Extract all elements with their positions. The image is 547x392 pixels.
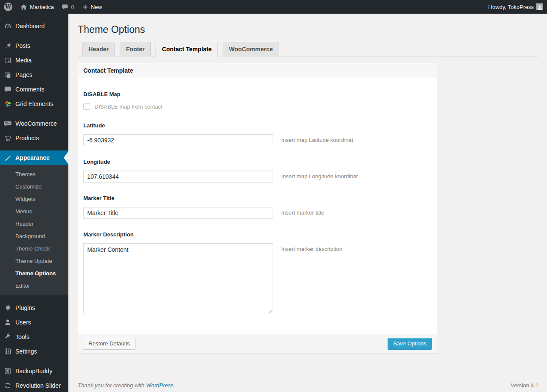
plus-icon	[82, 4, 88, 10]
wordpress-menu-item[interactable]: W	[0, 0, 16, 14]
latitude-hint: Insert map Latitude koordinat	[281, 134, 353, 143]
admin-sidebar-menu: Dashboard Posts Media Pages Comments Gri…	[0, 14, 68, 392]
sidebar-item-comments[interactable]: Comments	[0, 82, 68, 97]
disable-map-checkbox[interactable]	[83, 103, 90, 110]
sidebar-item-label: Grid Elements	[15, 100, 53, 107]
footer-thankyou-prefix: Thank you for creating with	[78, 382, 146, 389]
sidebar-item-label: Settings	[15, 348, 37, 355]
latitude-input[interactable]	[83, 134, 273, 146]
submenu-item-menus[interactable]: Menus	[0, 205, 68, 218]
sidebar-item-pages[interactable]: Pages	[0, 68, 68, 82]
new-content-item[interactable]: New	[78, 0, 106, 14]
restore-defaults-button[interactable]: Restore Defaults	[83, 338, 135, 350]
marker-title-hint: Insert marker title	[281, 207, 324, 216]
marker-description-textarea[interactable]: Marker Content	[83, 243, 273, 313]
marker-description-label: Marker Description	[83, 231, 432, 238]
tab-contact-template[interactable]: Contact Template	[156, 42, 218, 56]
admin-bar-left: W Marketica 0 New	[0, 0, 106, 14]
longitude-label: Longitude	[83, 159, 432, 165]
sidebar-item-label: Plugins	[15, 304, 35, 311]
submenu-item-header[interactable]: Header	[0, 218, 68, 230]
pushpin-icon	[3, 41, 12, 50]
dashboard-icon	[3, 22, 12, 30]
sidebar-item-appearance[interactable]: Appearance	[0, 150, 68, 165]
tab-footer[interactable]: Footer	[120, 42, 151, 56]
svg-text:Woo: Woo	[5, 122, 10, 124]
account-menu[interactable]: Howdy, TokoPress	[485, 0, 547, 14]
sidebar-item-label: Revolution Slider	[15, 382, 61, 389]
pages-icon	[3, 71, 12, 79]
nav-tab-bar: Header Footer Contact Template WooCommer…	[78, 42, 538, 56]
submenu-item-theme-update[interactable]: Theme Update	[0, 255, 68, 267]
marker-title-input[interactable]	[83, 207, 273, 219]
wordpress-link[interactable]: WordPress	[146, 382, 174, 389]
sidebar-item-label: Users	[15, 319, 31, 326]
version-label: Version 4.1	[511, 382, 538, 389]
sidebar-item-label: Tools	[15, 333, 29, 340]
sidebar-item-tools[interactable]: Tools	[0, 330, 68, 344]
admin-bar: W Marketica 0 New Howdy, TokoPress	[0, 0, 547, 14]
comment-count: 0	[71, 4, 74, 10]
longitude-control-row: Insert map Longitude koordinat	[83, 171, 432, 183]
contact-template-panel: Contact Template DISABLE Map DISABLE map…	[78, 63, 437, 354]
sidebar-item-settings[interactable]: Settings	[0, 344, 68, 359]
backupbuddy-icon	[3, 367, 12, 375]
submenu-item-themes[interactable]: Themes	[0, 168, 68, 180]
settings-icon	[3, 347, 12, 356]
tab-header[interactable]: Header	[82, 42, 115, 56]
sidebar-item-label: Pages	[15, 71, 32, 78]
disable-map-label: DISABLE Map	[83, 91, 432, 97]
current-menu-arrow	[64, 151, 68, 164]
menu-separator	[0, 111, 68, 116]
main-content: Theme Options Header Footer Contact Temp…	[68, 14, 547, 392]
sidebar-item-backupbuddy[interactable]: BackupBuddy	[0, 364, 68, 378]
panel-header: Contact Template	[78, 63, 437, 78]
sidebar-item-label: Appearance	[15, 154, 50, 161]
disable-map-field: DISABLE Map DISABLE map from contact	[83, 91, 432, 110]
menu-separator	[0, 359, 68, 364]
comments-icon	[3, 85, 12, 94]
marker-title-control-row: Insert marker title	[83, 207, 432, 219]
save-options-button[interactable]: Save Options	[388, 338, 432, 350]
sidebar-item-grid-elements[interactable]: Grid Elements	[0, 97, 68, 111]
sidebar-item-woocommerce[interactable]: Woo WooCommerce	[0, 116, 68, 131]
marker-title-label: Marker Title	[83, 195, 432, 201]
plug-icon	[3, 304, 12, 312]
grid-elements-icon	[3, 100, 12, 108]
menu-separator	[0, 145, 68, 150]
longitude-hint: Insert map Longitude koordinat	[281, 171, 358, 180]
tab-woocommerce[interactable]: WooCommerce	[223, 42, 279, 56]
sidebar-item-label: Dashboard	[15, 23, 45, 29]
sidebar-item-users[interactable]: Users	[0, 315, 68, 330]
latitude-control-row: Insert map Latitude koordinat	[83, 134, 432, 146]
sidebar-item-products[interactable]: Products	[0, 131, 68, 145]
site-name-item[interactable]: Marketica	[16, 0, 58, 14]
submenu-item-theme-check[interactable]: Theme Check	[0, 242, 68, 255]
menu-separator	[0, 33, 68, 38]
wordpress-logo-icon: W	[4, 3, 12, 11]
sidebar-item-plugins[interactable]: Plugins	[0, 301, 68, 315]
page-title: Theme Options	[78, 24, 538, 36]
comments-bubble-item[interactable]: 0	[58, 0, 78, 14]
submenu-item-editor[interactable]: Editor	[0, 280, 68, 292]
submenu-item-theme-options[interactable]: Theme Options	[0, 267, 68, 280]
media-icon	[3, 56, 12, 65]
latitude-label: Latitude	[83, 122, 432, 129]
refresh-arrows-icon	[3, 381, 12, 390]
sidebar-item-posts[interactable]: Posts	[0, 38, 68, 53]
longitude-input[interactable]	[83, 171, 273, 183]
submenu-item-background[interactable]: Background	[0, 230, 68, 242]
longitude-field: Longitude Insert map Longitude koordinat	[83, 159, 432, 183]
sidebar-item-label: Products	[15, 135, 39, 141]
submenu-item-widgets[interactable]: Widgets	[0, 193, 68, 205]
sidebar-item-media[interactable]: Media	[0, 53, 68, 68]
marker-description-hint: Insert marker description	[281, 243, 342, 252]
sidebar-item-revolution-slider[interactable]: Revolution Slider	[0, 378, 68, 392]
page-footer: Thank you for creating with WordPress. V…	[78, 382, 538, 389]
howdy-label: Howdy, TokoPress	[488, 4, 534, 10]
paintbrush-icon	[3, 153, 12, 162]
sidebar-item-dashboard[interactable]: Dashboard	[0, 19, 68, 33]
submenu-item-customize[interactable]: Customize	[0, 180, 68, 193]
woocommerce-icon: Woo	[3, 119, 12, 128]
home-icon	[20, 3, 27, 11]
